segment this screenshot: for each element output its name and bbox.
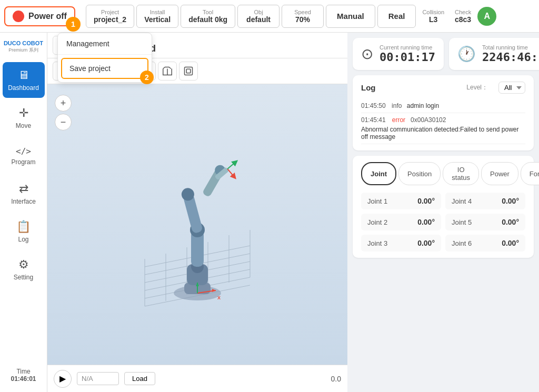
topbar: Power off 1 Project project_2 Install Ve… <box>0 0 539 33</box>
joints-grid: Joint 1 0.00° Joint 4 0.00° Joint 2 0.00… <box>361 193 525 252</box>
left-panel: Program N/A 〰 Run state Stopped <box>47 33 347 392</box>
total-time-card: 🕐 Total running time 2246:46:12 <box>449 38 539 70</box>
sidebar-item-dashboard[interactable]: 🖥 Dashboard <box>3 62 45 98</box>
current-time-icon: ⊙ <box>361 45 373 63</box>
obj-value: default <box>246 15 271 24</box>
total-time-label: Total running time <box>482 44 539 51</box>
move-icon: ✛ <box>19 106 28 120</box>
joint-4-value: 0.00° <box>502 197 519 205</box>
log-level-select[interactable]: All <box>498 82 525 94</box>
zoom-in-button[interactable]: + <box>55 95 72 112</box>
interface-icon: ⇄ <box>19 182 28 196</box>
current-time-value: 00:01:17 <box>380 51 435 64</box>
tab-power[interactable]: Power <box>481 162 518 185</box>
sidebar-item-interface[interactable]: ⇄ Interface <box>3 176 45 212</box>
total-time-value: 2246:46:12 <box>482 51 539 64</box>
check-label: Check <box>455 9 471 15</box>
play-button[interactable]: ▶ <box>54 370 72 388</box>
badge-1: 1 <box>66 17 81 32</box>
current-time-label: Current running time <box>380 44 435 51</box>
speed-section: Speed 70% <box>282 5 324 28</box>
joint-1-value: 0.00° <box>417 197 435 205</box>
install-label: Install <box>150 9 165 15</box>
tab-io-status[interactable]: IO status <box>443 162 479 185</box>
box-icon-btn[interactable] <box>158 62 177 81</box>
joint-2-name: Joint 2 <box>367 218 387 226</box>
log-level-1: info <box>392 102 402 109</box>
program-icon: </> <box>16 146 31 156</box>
logo-area: DUCO COBOT Premium 系列 <box>2 38 45 56</box>
joint-6-value: 0.00° <box>502 239 519 247</box>
sidebar: DUCO COBOT Premium 系列 🖥 Dashboard ✛ Move… <box>0 33 47 392</box>
tool-section: Tool default 0kg <box>181 5 235 28</box>
current-time-info: Current running time 00:01:17 <box>380 44 435 64</box>
load-button[interactable]: Load <box>124 372 155 385</box>
tool-label: Tool <box>203 9 213 15</box>
playbar: ▶ Load 0.0 <box>47 365 347 392</box>
manual-button[interactable]: Manual <box>326 5 375 28</box>
sidebar-item-log[interactable]: 📋 Log <box>3 214 45 249</box>
dropdown-management[interactable]: Management <box>58 33 152 55</box>
joint-row-3: Joint 3 0.00° <box>361 235 441 252</box>
main-layout: DUCO COBOT Premium 系列 🖥 Dashboard ✛ Move… <box>0 33 539 392</box>
dashboard-icon: 🖥 <box>18 68 29 82</box>
time-cards: ⊙ Current running time 00:01:17 🕐 Total … <box>353 38 534 70</box>
dropdown-menu: Management Save project 2 <box>57 33 152 83</box>
log-panel: Log Level： All 01:45:50 info admin login… <box>353 75 534 150</box>
total-time-icon: 🕐 <box>457 45 476 63</box>
tab-force[interactable]: Force <box>521 162 539 185</box>
joint-2-value: 0.00° <box>417 218 435 226</box>
robot-arm-svg: X <box>134 148 261 311</box>
power-off-button[interactable]: Power off <box>4 6 75 26</box>
joint-5-name: Joint 5 <box>452 218 472 226</box>
playbar-speed: 0.0 <box>331 375 341 383</box>
sidebar-item-move[interactable]: ✛ Move <box>3 100 45 136</box>
dropdown-save-project[interactable]: Save project 2 <box>61 58 148 79</box>
joint-1-name: Joint 1 <box>367 197 387 205</box>
frame-icon-btn[interactable] <box>179 62 198 81</box>
logo-sub: Premium 系列 <box>4 47 43 54</box>
joint-row-2: Joint 2 0.00° <box>361 214 441 230</box>
power-off-label: Power off <box>28 12 67 21</box>
speed-value: 70% <box>295 15 310 24</box>
log-message-1: admin login <box>407 102 439 109</box>
joint-4-name: Joint 4 <box>452 197 472 205</box>
svg-rect-9 <box>185 67 193 75</box>
sidebar-item-program[interactable]: </> Program <box>3 138 45 174</box>
avatar[interactable]: A <box>477 7 496 26</box>
log-message-2: Abnormal communication detected:Failed t… <box>361 126 525 140</box>
svg-rect-10 <box>186 69 191 73</box>
badge-2: 2 <box>140 71 154 84</box>
obj-label: Obj <box>254 9 263 15</box>
log-level-label: Level： <box>466 83 488 92</box>
sidebar-setting-label: Setting <box>14 274 33 281</box>
speed-label: Speed <box>294 9 311 15</box>
sidebar-item-setting[interactable]: ⚙ Setting <box>3 252 45 287</box>
tool-value: default 0kg <box>188 15 227 24</box>
viewport: + − <box>47 84 347 365</box>
sidebar-time-value: 01:46:01 <box>11 375 36 383</box>
check-value: c8c3 <box>455 15 471 24</box>
zoom-out-button[interactable]: − <box>55 114 72 130</box>
real-button[interactable]: Real <box>377 5 416 28</box>
log-title: Log <box>361 83 376 92</box>
program-input[interactable] <box>77 372 119 385</box>
project-label: Project <box>101 9 119 15</box>
content-area: Program N/A 〰 Run state Stopped <box>47 33 539 392</box>
log-time-2: 01:45:41 <box>361 116 386 124</box>
log-entry-2: 01:45:41 error 0x00A30102 Abnormal commu… <box>361 113 525 144</box>
svg-text:X: X <box>217 295 221 300</box>
joint-row-4: Joint 4 0.00° <box>445 193 525 209</box>
tab-joint[interactable]: Joint <box>361 162 396 185</box>
project-value: project_2 <box>94 15 126 24</box>
svg-line-35 <box>227 162 235 169</box>
log-icon: 📋 <box>16 220 31 234</box>
setting-icon: ⚙ <box>18 258 29 272</box>
log-entry-1: 01:45:50 info admin login <box>361 99 525 113</box>
obj-section: Obj default <box>237 5 280 28</box>
joint-3-value: 0.00° <box>417 239 435 247</box>
power-circle-icon <box>13 11 24 22</box>
logo-text: DUCO COBOT <box>4 40 43 47</box>
install-section: Install Vertical <box>136 5 178 28</box>
tab-position[interactable]: Position <box>398 162 441 185</box>
